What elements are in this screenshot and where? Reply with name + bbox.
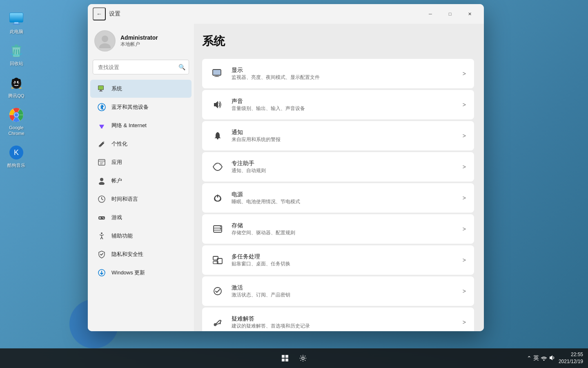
sidebar-item-gaming-label: 游戏 (111, 214, 122, 221)
desktop-icon-kuwo-music[interactable]: K 酷狗音乐 (0, 142, 33, 171)
svg-rect-32 (98, 86, 103, 90)
privacy-icon (97, 249, 107, 259)
notifications-chevron: > (463, 132, 466, 139)
desktop-icon-my-computer[interactable]: 此电脑 (0, 8, 33, 37)
notifications-title: 通知 (232, 128, 463, 137)
storage-chevron: > (463, 226, 466, 232)
sidebar-item-system-label: 系统 (111, 85, 122, 92)
desktop-icon-google-chrome[interactable]: Google Chrome (0, 104, 33, 139)
svg-rect-3 (13, 24, 20, 25)
svg-rect-61 (214, 228, 222, 229)
user-profile[interactable]: Administrator 本地帐户 (88, 24, 194, 60)
sidebar-item-network[interactable]: 网络 & Internet (90, 117, 192, 135)
window-body: Administrator 本地帐户 🔍 (88, 24, 484, 331)
google-chrome-icon (8, 107, 24, 123)
svg-point-50 (102, 217, 103, 218)
desktop-icon-recycle-bin[interactable]: 回收站 (0, 40, 33, 69)
bluetooth-icon (97, 102, 107, 112)
display-text: 显示 监视器、亮度、夜间模式、显示配置文件 (232, 66, 463, 81)
svg-rect-70 (282, 355, 285, 358)
notifications-icon (210, 128, 225, 143)
taskbar-settings-icon[interactable] (295, 350, 311, 366)
settings-item-sound[interactable]: 声音 音量级别、输出、输入、声音设备 > (202, 90, 474, 119)
sidebar-item-privacy[interactable]: 隐私和安全性 (90, 245, 192, 263)
sidebar-item-accessibility-label: 辅助功能 (111, 232, 133, 240)
start-button[interactable] (277, 350, 293, 366)
user-info: Administrator 本地帐户 (120, 34, 158, 48)
svg-rect-5 (15, 45, 18, 47)
svg-rect-57 (214, 76, 219, 77)
sidebar-item-accounts[interactable]: 帐户 (90, 172, 192, 190)
svg-rect-62 (214, 230, 222, 231)
maximize-button[interactable]: □ (441, 7, 459, 20)
accessibility-icon (97, 231, 107, 241)
settings-item-display[interactable]: 显示 监视器、亮度、夜间模式、显示配置文件 > (202, 59, 474, 88)
up-arrow-icon[interactable]: ⌃ (527, 355, 532, 361)
sidebar-item-bluetooth[interactable]: 蓝牙和其他设备 (90, 98, 192, 116)
desktop-icons: 此电脑 回收站 (0, 0, 33, 179)
sidebar-item-personalize[interactable]: 个性化 (90, 135, 192, 153)
focus-assist-chevron: > (463, 164, 466, 170)
svg-rect-1 (10, 13, 23, 22)
apps-icon (97, 157, 107, 167)
taskbar-sys-icons: ⌃ 英 (527, 355, 555, 362)
sidebar-item-time-lang[interactable]: 时间和语言 (90, 190, 192, 208)
accounts-icon (97, 176, 107, 186)
sidebar-item-network-label: 网络 & Internet (111, 122, 147, 129)
desktop: 此电脑 回收站 (0, 0, 588, 368)
window-title: 设置 (109, 10, 120, 18)
svg-rect-2 (14, 22, 18, 24)
troubleshoot-text: 疑难解答 建议的疑难解答、首选项和历史记录 (232, 315, 463, 330)
sidebar-item-system[interactable]: 系统 (90, 80, 192, 98)
svg-rect-34 (99, 91, 102, 92)
multitasking-chevron: > (463, 257, 466, 263)
recycle-bin-icon (8, 43, 24, 59)
notifications-desc: 来自应用和系统的警报 (232, 136, 463, 143)
sound-icon (210, 97, 225, 112)
search-icon[interactable]: 🔍 (177, 62, 187, 72)
storage-title: 存储 (232, 222, 463, 230)
close-button[interactable]: ✕ (460, 7, 479, 20)
power-chevron: > (463, 195, 466, 201)
sound-title: 声音 (232, 97, 463, 105)
svg-point-64 (220, 229, 221, 229)
svg-rect-72 (282, 359, 285, 361)
svg-rect-71 (285, 355, 288, 358)
settings-item-activation[interactable]: 激活 激活状态、订阅、产品密钥 > (202, 276, 474, 306)
svg-point-10 (14, 81, 16, 83)
sidebar-item-accessibility[interactable]: 辅助功能 (90, 227, 192, 245)
settings-item-troubleshoot[interactable]: 疑难解答 建议的疑难解答、首选项和历史记录 > (202, 307, 474, 331)
sidebar-item-personalize-label: 个性化 (111, 140, 127, 148)
notifications-text: 通知 来自应用和系统的警报 (232, 128, 463, 143)
network-tray-icon[interactable] (541, 355, 547, 362)
lang-icon[interactable]: 英 (533, 355, 539, 362)
taskbar-center (277, 350, 311, 366)
power-title: 电源 (232, 191, 463, 199)
back-button[interactable]: ← (93, 7, 106, 20)
desktop-icon-qq[interactable]: 腾讯QQ (0, 72, 33, 101)
minimize-button[interactable]: ─ (421, 7, 440, 20)
sidebar-item-apps[interactable]: 应用 (90, 153, 192, 171)
settings-item-notifications[interactable]: 通知 来自应用和系统的警报 > (202, 121, 474, 150)
settings-item-power[interactable]: 电源 睡眠、电池使用情况、节电模式 > (202, 183, 474, 213)
settings-list: 显示 监视器、亮度、夜间模式、显示配置文件 > (202, 59, 474, 331)
svg-point-74 (302, 357, 304, 359)
sidebar-item-gaming[interactable]: 游戏 (90, 209, 192, 227)
sidebar-item-windows-update[interactable]: Windows 更新 (90, 264, 192, 282)
windows-update-icon (97, 268, 107, 278)
sound-chevron: > (463, 101, 466, 108)
volume-tray-icon[interactable] (549, 355, 555, 362)
display-title: 显示 (232, 66, 463, 74)
svg-point-42 (100, 178, 103, 181)
activation-text: 激活 激活状态、订阅、产品密钥 (232, 284, 463, 298)
focus-assist-icon (210, 159, 225, 174)
taskbar-time[interactable]: 22:55 2021/12/19 (559, 351, 583, 365)
svg-marker-76 (550, 355, 552, 360)
time-display: 22:55 (559, 351, 583, 358)
svg-rect-73 (285, 359, 288, 361)
settings-item-storage[interactable]: 存储 存储空间、驱动器、配置规则 > (202, 214, 474, 244)
settings-item-multitasking[interactable]: 多任务处理 贴靠窗口、桌面、任务切换 > (202, 245, 474, 275)
settings-item-focus-assist[interactable]: 专注助手 通知、自动规则 > (202, 152, 474, 182)
qq-icon (8, 75, 24, 91)
search-input[interactable] (93, 60, 189, 74)
